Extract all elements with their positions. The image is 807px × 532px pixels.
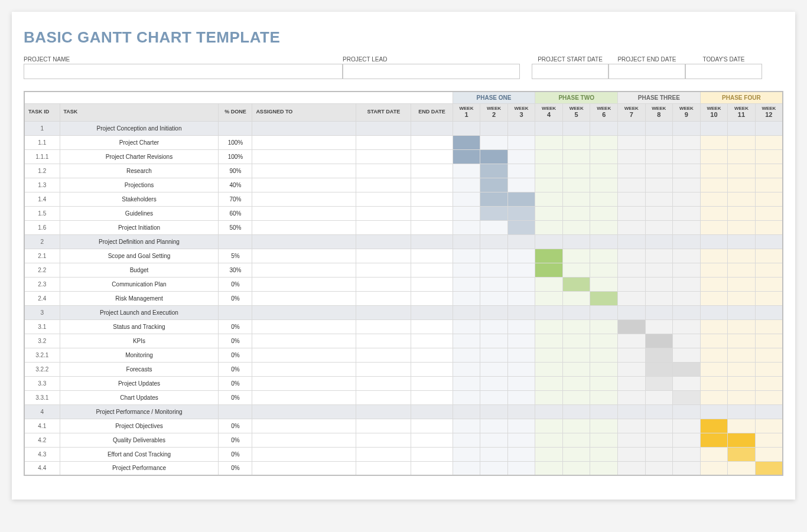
week-4-cell[interactable] [535,220,563,234]
end-date-cell[interactable] [411,419,453,433]
week-9-cell[interactable] [673,149,701,164]
week-12-cell[interactable] [755,305,783,319]
end-date-cell[interactable] [411,249,453,263]
task-name-cell[interactable]: Stakeholders [60,192,219,206]
week-1-cell[interactable] [453,433,480,447]
week-2-cell[interactable] [480,461,508,475]
pct-done-cell[interactable]: 30% [219,263,252,277]
week-1-cell[interactable] [453,220,480,234]
start-date-cell[interactable] [356,433,411,447]
week-2-cell[interactable] [480,305,508,319]
week-1-cell[interactable] [453,305,480,319]
task-name-cell[interactable]: Project Charter [60,135,219,149]
week-5-cell[interactable] [562,376,590,390]
week-7-cell[interactable] [618,334,646,348]
week-8-cell[interactable] [645,319,673,334]
end-date-cell[interactable] [411,277,453,291]
week-1-cell[interactable] [453,192,480,206]
week-6-cell[interactable] [590,305,618,319]
week-1-cell[interactable] [453,390,480,404]
week-2-cell[interactable] [480,447,508,461]
week-8-cell[interactable] [645,277,673,291]
week-8-cell[interactable] [645,234,673,249]
week-2-cell[interactable] [480,121,508,135]
week-11-cell[interactable] [728,319,756,334]
week-9-cell[interactable] [673,390,701,404]
task-id-cell[interactable]: 3.2.2 [24,362,60,376]
assigned-to-cell[interactable] [252,263,356,277]
week-9-cell[interactable] [673,447,701,461]
pct-done-cell[interactable]: 0% [219,433,252,447]
week-2-cell[interactable] [480,206,508,220]
assigned-to-cell[interactable] [252,447,356,461]
week-11-cell[interactable] [728,206,756,220]
end-date-input[interactable] [608,64,685,79]
week-7-cell[interactable] [618,249,646,263]
week-5-cell[interactable] [562,164,590,178]
week-5-cell[interactable] [562,149,590,164]
week-6-cell[interactable] [590,419,618,433]
week-6-cell[interactable] [590,390,618,404]
pct-done-cell[interactable]: 0% [219,390,252,404]
start-date-cell[interactable] [356,234,411,249]
pct-done-cell[interactable]: 0% [219,319,252,334]
week-6-cell[interactable] [590,178,618,192]
week-10-cell[interactable] [700,220,728,234]
week-4-cell[interactable] [535,164,563,178]
week-11-cell[interactable] [728,348,756,362]
week-10-cell[interactable] [700,419,728,433]
week-1-cell[interactable] [453,121,480,135]
week-10-cell[interactable] [700,135,728,149]
week-3-cell[interactable] [507,348,535,362]
week-9-cell[interactable] [673,319,701,334]
week-6-cell[interactable] [590,404,618,419]
task-name-cell[interactable]: KPIs [60,334,219,348]
week-1-cell[interactable] [453,135,480,149]
week-11-cell[interactable] [728,121,756,135]
start-date-cell[interactable] [356,461,411,475]
assigned-to-cell[interactable] [252,206,356,220]
start-date-cell[interactable] [356,390,411,404]
week-7-cell[interactable] [618,164,646,178]
pct-done-cell[interactable]: 100% [219,149,252,164]
start-date-cell[interactable] [356,263,411,277]
week-2-cell[interactable] [480,277,508,291]
week-3-cell[interactable] [507,220,535,234]
week-2-cell[interactable] [480,178,508,192]
week-11-cell[interactable] [728,447,756,461]
week-5-cell[interactable] [562,249,590,263]
assigned-to-cell[interactable] [252,348,356,362]
week-9-cell[interactable] [673,362,701,376]
week-8-cell[interactable] [645,305,673,319]
week-9-cell[interactable] [673,291,701,305]
week-12-cell[interactable] [755,263,783,277]
assigned-to-cell[interactable] [252,178,356,192]
week-6-cell[interactable] [590,433,618,447]
week-8-cell[interactable] [645,334,673,348]
task-id-cell[interactable]: 4 [24,404,60,419]
week-7-cell[interactable] [618,291,646,305]
week-4-cell[interactable] [535,419,563,433]
week-11-cell[interactable] [728,376,756,390]
start-date-cell[interactable] [356,192,411,206]
week-6-cell[interactable] [590,334,618,348]
task-name-cell[interactable]: Monitoring [60,348,219,362]
week-11-cell[interactable] [728,404,756,419]
pct-done-cell[interactable]: 90% [219,164,252,178]
week-11-cell[interactable] [728,149,756,164]
week-9-cell[interactable] [673,234,701,249]
week-9-cell[interactable] [673,277,701,291]
task-id-cell[interactable]: 4.4 [24,461,60,475]
start-date-cell[interactable] [356,249,411,263]
week-3-cell[interactable] [507,149,535,164]
week-12-cell[interactable] [755,433,783,447]
week-5-cell[interactable] [562,404,590,419]
week-9-cell[interactable] [673,419,701,433]
end-date-cell[interactable] [411,121,453,135]
week-3-cell[interactable] [507,263,535,277]
task-id-cell[interactable]: 2.1 [24,249,60,263]
week-1-cell[interactable] [453,164,480,178]
week-4-cell[interactable] [535,135,563,149]
week-10-cell[interactable] [700,121,728,135]
week-7-cell[interactable] [618,206,646,220]
